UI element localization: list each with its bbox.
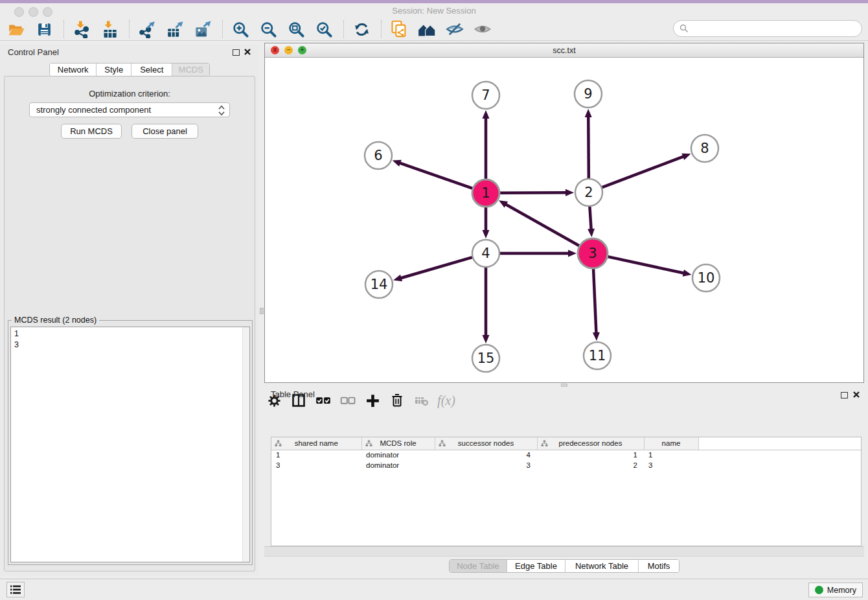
table-cell[interactable]: 3 [271, 460, 361, 470]
float-panel-icon[interactable] [841, 392, 848, 398]
graph-node-label: 10 [698, 270, 715, 286]
table-header-row: shared name MCDS role successor nodes pr… [271, 437, 861, 450]
search-input[interactable] [692, 22, 862, 35]
tab-network[interactable]: Network [50, 63, 97, 76]
select-all-button[interactable] [314, 391, 333, 410]
graph-edge-arrowhead [593, 332, 600, 341]
table-cell[interactable]: 1 [537, 450, 644, 460]
first-neighbors-button[interactable] [416, 19, 438, 39]
table-cell[interactable]: 3 [435, 460, 537, 470]
table-cell[interactable] [698, 460, 861, 470]
column-header-successor-nodes[interactable]: successor nodes [435, 437, 537, 450]
table-row[interactable]: 3dominator323 [271, 460, 861, 470]
splitter-handle[interactable] [260, 308, 264, 314]
tab-motifs[interactable]: Motifs [639, 560, 679, 572]
table-cell[interactable]: dominator [361, 450, 435, 460]
table-panel: Table Panel f(x) shared name MCDS role s… [264, 387, 864, 575]
search-box[interactable] [673, 20, 862, 37]
main-titlebar: Session: New Session [0, 3, 868, 18]
select-all-icon [315, 392, 332, 409]
memory-label: Memory [827, 586, 856, 595]
houses-icon [418, 20, 436, 38]
delete-table-icon [414, 393, 429, 408]
tab-edge-table[interactable]: Edge Table [507, 560, 565, 572]
column-header-shared-name[interactable]: shared name [271, 437, 361, 450]
table-cell[interactable]: dominator [361, 460, 435, 470]
zoom-in-button[interactable] [229, 19, 251, 39]
graph-edge-arrowhead [393, 160, 402, 167]
zoom-in-icon [232, 21, 249, 38]
result-scrollbar[interactable] [242, 327, 249, 562]
table-row[interactable]: 1dominator411 [271, 450, 861, 460]
show-all-button[interactable] [472, 19, 494, 39]
table-cell[interactable] [698, 450, 861, 460]
graph-node-label: 11 [589, 348, 606, 363]
graph-node-label: 4 [481, 246, 490, 261]
copy-pages-icon [390, 20, 408, 38]
toolbar-separator [222, 20, 223, 38]
run-mcds-button[interactable]: Run MCDS [61, 124, 122, 139]
deselect-all-button[interactable] [338, 391, 358, 410]
table-cell[interactable]: 3 [644, 460, 698, 470]
task-history-button[interactable] [6, 582, 25, 597]
refresh-view-button[interactable] [350, 19, 372, 39]
column-header-name[interactable]: name [644, 437, 698, 450]
zoom-selected-button[interactable] [313, 19, 335, 39]
select-stepper-icon [218, 105, 225, 116]
graph-edge[interactable] [608, 257, 684, 273]
import-table-button[interactable] [98, 19, 120, 39]
function-builder-button[interactable]: f(x) [437, 391, 456, 410]
float-panel-icon[interactable] [233, 49, 240, 56]
graph-edge[interactable] [588, 116, 589, 178]
hide-selected-button[interactable] [444, 19, 466, 39]
network-window-titlebar[interactable]: x – + scc.txt [265, 43, 863, 58]
close-panel-icon[interactable] [852, 391, 860, 398]
graph-edge[interactable] [593, 269, 596, 334]
tab-mcds[interactable]: MCDS [172, 63, 209, 76]
graph-node-label: 14 [371, 277, 388, 292]
column-header-mcds-role[interactable]: MCDS role [361, 437, 435, 450]
export-image-button[interactable] [192, 19, 214, 39]
eye-icon [474, 20, 492, 38]
add-column-button[interactable] [363, 391, 382, 410]
toolbar-separator [343, 20, 344, 38]
open-file-button[interactable] [5, 19, 27, 39]
new-network-from-selection-button[interactable] [388, 19, 410, 39]
refresh-icon [353, 21, 371, 38]
tab-select[interactable]: Select [131, 63, 172, 76]
table-scrollbar-track[interactable] [264, 546, 864, 557]
delete-column-button[interactable] [387, 391, 407, 410]
tab-network-table[interactable]: Network Table [565, 560, 639, 572]
table-cell[interactable]: 4 [435, 450, 537, 460]
zoom-fit-button[interactable] [285, 19, 307, 39]
delete-table-button[interactable] [412, 391, 431, 410]
table-cell[interactable]: 1 [644, 450, 698, 460]
criterion-select[interactable]: strongly connected component [29, 102, 230, 117]
table-panel-title: Table Panel [271, 389, 315, 399]
graph-edge[interactable] [399, 163, 472, 189]
close-panel-icon[interactable] [244, 48, 251, 56]
tab-style[interactable]: Style [97, 63, 131, 76]
graph-node-label: 7 [481, 87, 490, 103]
mcds-result-textarea[interactable]: 1 3 [10, 327, 250, 562]
graph-edge[interactable] [589, 207, 591, 230]
graph-node-label: 9 [584, 86, 592, 102]
tab-node-table[interactable]: Node Table [450, 560, 507, 572]
table-cell[interactable]: 1 [271, 450, 361, 460]
column-header-predecessor-nodes[interactable]: predecessor nodes [537, 437, 644, 450]
graph-edge[interactable] [400, 257, 472, 278]
export-network-button[interactable] [136, 19, 158, 39]
close-panel-button[interactable]: Close panel [131, 124, 198, 139]
network-canvas[interactable]: 7968124310141511 [265, 58, 863, 382]
import-network-button[interactable] [71, 19, 93, 39]
table-cell[interactable]: 2 [537, 460, 644, 470]
criterion-value: strongly connected component [36, 105, 151, 115]
graph-edge[interactable] [500, 192, 567, 193]
export-table-button[interactable] [164, 19, 186, 39]
memory-button[interactable]: Memory [808, 583, 863, 597]
graph-edge[interactable] [505, 204, 579, 246]
graph-edge[interactable] [602, 156, 685, 187]
save-session-button[interactable] [33, 19, 55, 39]
vertical-splitter[interactable] [259, 44, 264, 575]
zoom-out-button[interactable] [257, 19, 279, 39]
